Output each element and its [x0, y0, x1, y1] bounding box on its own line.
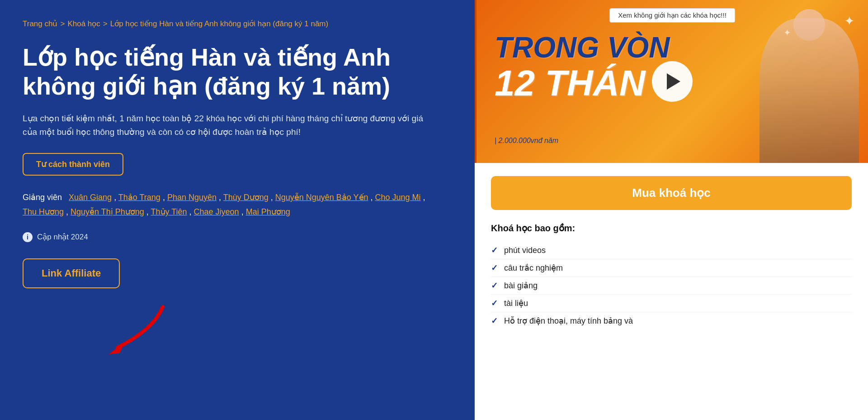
person-body	[760, 18, 859, 163]
breadcrumb-sep2: >	[103, 18, 108, 30]
list-item: ✓ tài liệu	[491, 295, 852, 312]
check-icon: ✓	[491, 316, 498, 326]
left-panel: Trang chủ > Khoá học > Lớp học tiếng Hàn…	[0, 0, 475, 420]
includes-list: ✓ phút videos ✓ câu trắc nghiệm ✓ bài gi…	[491, 242, 852, 329]
breadcrumb: Trang chủ > Khoá học > Lớp học tiếng Hàn…	[23, 18, 452, 30]
buy-section: Mua khoá học Khoá học bao gồm: ✓ phút vi…	[475, 163, 868, 342]
instructor-cho-jung-mi[interactable]: Cho Jung Mi	[375, 193, 421, 202]
instructors-label: Giảng viên	[23, 193, 62, 202]
list-item: ✓ bài giảng	[491, 277, 852, 295]
course-description: Lựa chọn tiết kiệm nhất, 1 năm học toàn …	[23, 112, 429, 139]
video-text-line2: 12 THÁN	[495, 63, 670, 103]
page-title: Lớp học tiếng Hàn và tiếng Anh không giớ…	[23, 43, 452, 101]
affiliate-button[interactable]: Link Affiliate	[23, 258, 120, 288]
svg-marker-0	[108, 342, 124, 354]
sparkle-icon-2: ✦	[783, 27, 791, 38]
play-button[interactable]	[652, 61, 693, 102]
check-icon: ✓	[491, 263, 498, 273]
list-item: ✓ câu trắc nghiệm	[491, 259, 852, 277]
instructor-nguyen-bao-yen[interactable]: Nguyễn Nguyên Bảo Yến	[275, 193, 368, 202]
person-area: ✦ ✦	[672, 0, 868, 163]
check-icon: ✓	[491, 281, 498, 291]
sparkle-icon-1: ✦	[844, 14, 854, 29]
instructor-mai-phuong[interactable]: Mai Phương	[246, 207, 290, 216]
list-item: ✓ Hỗ trợ điện thoại, máy tính bảng và	[491, 312, 852, 329]
instructor-xuan-giang[interactable]: Xuân Giang	[69, 193, 112, 202]
instructor-phan-nguyen[interactable]: Phan Nguyên	[167, 193, 217, 202]
instructor-thu-huong[interactable]: Thu Hương	[23, 207, 64, 216]
list-item: ✓ phút videos	[491, 242, 852, 259]
includes-title: Khoá học bao gồm:	[491, 223, 852, 234]
video-price-text: | 2.000.000vnđ năm	[495, 137, 558, 145]
breadcrumb-current: Lớp học tiếng Hàn và tiếng Anh không giớ…	[110, 18, 328, 30]
video-text-line1: TRONG VÒN	[495, 32, 670, 63]
video-area: Xem không giới hạn các khóa học!!! TRONG…	[475, 0, 868, 163]
breadcrumb-home[interactable]: Trang chủ	[23, 18, 57, 30]
check-icon: ✓	[491, 298, 498, 308]
update-label: Cập nhật 2024	[37, 232, 88, 242]
instructor-thuy-tien[interactable]: Thủy Tiên	[151, 207, 187, 216]
breadcrumb-sep1: >	[60, 18, 65, 30]
video-big-text: TRONG VÒN 12 THÁN	[495, 32, 670, 103]
arrow-annotation	[90, 302, 172, 361]
instructors-section: Giảng viên Xuân Giang , Thảo Trang , Pha…	[23, 190, 429, 220]
instructor-chae-jiyeon[interactable]: Chae Jiyeon	[194, 207, 239, 216]
update-row: i Cập nhật 2024	[23, 232, 452, 242]
right-panel: Xem không giới hạn các khóa học!!! TRONG…	[475, 0, 868, 420]
instructor-thao-trang[interactable]: Thảo Trang	[118, 193, 160, 202]
video-top-label: Xem không giới hạn các khóa học!!!	[609, 8, 735, 23]
instructor-nguyen-thi-phuong[interactable]: Nguyễn Thị Phương	[71, 207, 144, 216]
info-icon: i	[23, 232, 33, 242]
membership-button[interactable]: Tư cách thành viên	[23, 153, 123, 176]
breadcrumb-courses[interactable]: Khoá học	[67, 18, 100, 30]
check-icon: ✓	[491, 245, 498, 255]
buy-button[interactable]: Mua khoá học	[491, 176, 852, 210]
instructor-thuy-duong[interactable]: Thùy Dương	[223, 193, 269, 202]
